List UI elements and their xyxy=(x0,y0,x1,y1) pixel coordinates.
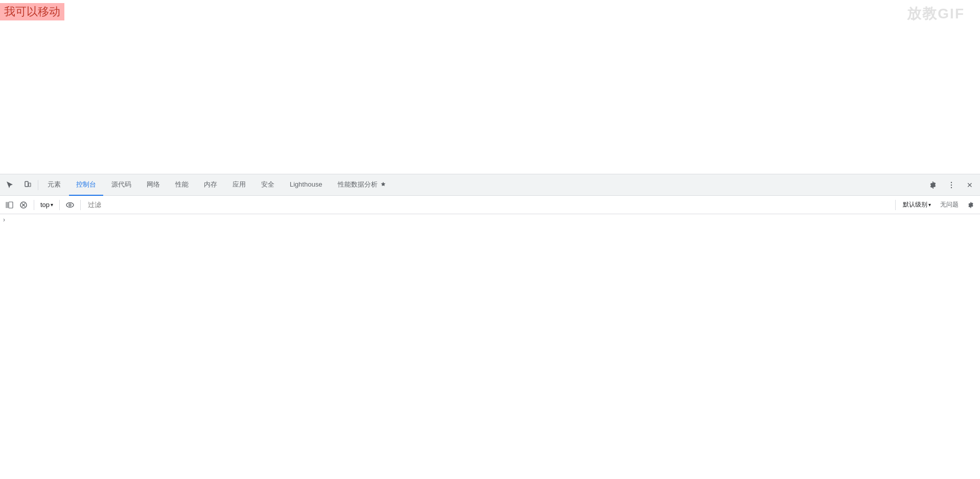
no-issues-label: 无问题 xyxy=(936,200,963,209)
browser-viewport: 我可以移动 放教GIF xyxy=(0,0,980,174)
svg-rect-1 xyxy=(29,183,31,187)
device-toolbar-button[interactable] xyxy=(19,177,36,193)
log-level-selector[interactable]: 默认级别 ▾ xyxy=(900,199,934,210)
console-sidebar-toggle[interactable] xyxy=(3,199,15,211)
svg-point-11 xyxy=(69,204,71,206)
tab-console[interactable]: 控制台 xyxy=(69,174,103,196)
expand-chevron-icon: › xyxy=(3,216,5,223)
console-filter-input[interactable] xyxy=(85,200,891,210)
devtools-close-button[interactable]: ✕ xyxy=(962,177,978,193)
watermark: 放教GIF xyxy=(907,4,965,24)
svg-point-10 xyxy=(66,202,74,207)
tab-perf-insights[interactable]: 性能数据分析 xyxy=(331,174,394,196)
devtools-right-icons: ✕ xyxy=(925,177,978,193)
console-expand-row[interactable]: › xyxy=(0,214,980,225)
svg-point-2 xyxy=(951,181,952,183)
svg-point-3 xyxy=(951,184,952,185)
tab-network[interactable]: 网络 xyxy=(139,174,167,196)
devtools-more-button[interactable] xyxy=(943,177,960,193)
tab-sources[interactable]: 源代码 xyxy=(104,174,138,196)
console-content-area: › xyxy=(0,214,980,479)
tab-elements[interactable]: 元素 xyxy=(40,174,68,196)
live-expressions-button[interactable] xyxy=(64,199,76,211)
highlight-banner: 我可以移动 xyxy=(0,3,64,20)
svg-rect-0 xyxy=(25,181,28,187)
devtools-settings-button[interactable] xyxy=(925,177,941,193)
tab-security[interactable]: 安全 xyxy=(254,174,282,196)
context-selector[interactable]: top ▾ xyxy=(38,200,55,210)
toolbar-separator-2 xyxy=(59,200,60,210)
toolbar-separator-4 xyxy=(895,200,896,210)
tab-memory[interactable]: 内存 xyxy=(197,174,224,196)
tab-performance[interactable]: 性能 xyxy=(168,174,196,196)
svg-rect-5 xyxy=(6,202,8,208)
console-toolbar: top ▾ 默认级别 ▾ 无问题 xyxy=(0,196,980,214)
tab-application[interactable]: 应用 xyxy=(225,174,253,196)
svg-rect-6 xyxy=(9,202,13,208)
svg-point-4 xyxy=(951,187,952,188)
devtools-tab-bar: 元素 控制台 源代码 网络 性能 内存 应用 安全 Lighthouse 性能数… xyxy=(0,174,980,196)
inspect-element-button[interactable] xyxy=(2,177,18,193)
toolbar-divider xyxy=(38,180,38,190)
console-settings-button[interactable] xyxy=(965,199,977,211)
devtools-panel: 元素 控制台 源代码 网络 性能 内存 应用 安全 Lighthouse 性能数… xyxy=(0,174,980,479)
toolbar-separator-3 xyxy=(80,200,81,210)
clear-console-button[interactable] xyxy=(17,199,30,211)
toolbar-separator-1 xyxy=(34,200,34,210)
tab-lighthouse[interactable]: Lighthouse xyxy=(283,174,330,196)
